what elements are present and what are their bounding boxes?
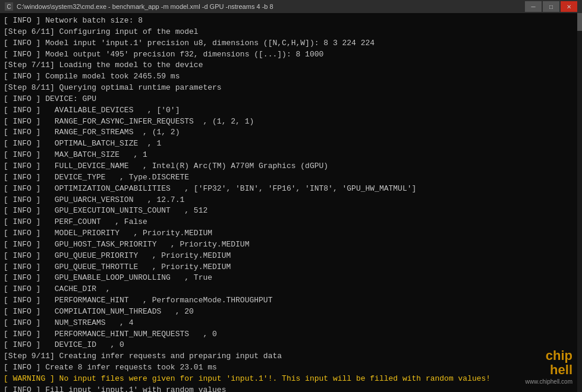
cmd-icon: C [5, 2, 13, 11]
terminal-output: [ INFO ] Network batch size: 8[Step 6/11… [0, 13, 582, 392]
terminal-line: [Step 8/11] Querying optimal runtime par… [4, 83, 578, 94]
watermark: chiphell www.chiphell.com [526, 349, 572, 386]
scrollbar-thumb[interactable] [577, 13, 582, 31]
terminal-line: [ INFO ] OPTIMAL_BATCH_SIZE , 1 [4, 138, 578, 150]
close-button[interactable]: ✕ [561, 1, 577, 12]
terminal-line: [ INFO ] RANGE_FOR_ASYNC_INFER_REQUESTS … [4, 116, 578, 128]
terminal-line: [ INFO ] DEVICE_TYPE , Type.DISCRETE [4, 172, 578, 184]
terminal-line: [ INFO ] Model input 'input.1' precision… [4, 38, 578, 49]
terminal-line: [ INFO ] AVAILABLE_DEVICES , ['0'] [4, 105, 578, 116]
terminal-line: [ INFO ] GPU_EXECUTION_UNITS_COUNT , 512 [4, 206, 578, 217]
terminal-line: [ INFO ] PERFORMANCE_HINT_NUM_REQUESTS ,… [4, 329, 578, 340]
terminal-line: [ INFO ] Model output '495' precision f3… [4, 49, 578, 61]
terminal-line: [ INFO ] MAX_BATCH_SIZE , 1 [4, 150, 578, 161]
terminal-line: [ INFO ] Fill input 'input.1' with rando… [4, 385, 578, 392]
terminal-line: [ INFO ] Create 8 infer requests took 23… [4, 362, 578, 374]
terminal-line: [ INFO ] DEVICE: GPU [4, 94, 578, 105]
terminal-line: [Step 7/11] Loading the model to the dev… [4, 60, 578, 71]
terminal-line: [ INFO ] OPTIMIZATION_CAPABILITIES , ['F… [4, 184, 578, 195]
terminal-line: [Step 9/11] Creating infer requests and … [4, 351, 578, 362]
terminal-line: [ INFO ] PERFORMANCE_HINT , PerformanceM… [4, 295, 578, 306]
terminal-line: [ INFO ] FULL_DEVICE_NAME , Intel(R) Arc… [4, 161, 578, 172]
terminal-line: [ INFO ] COMPILATION_NUM_THREADS , 20 [4, 306, 578, 318]
terminal-line: [ INFO ] CACHE_DIR , [4, 284, 578, 295]
watermark-brand: chiphell [526, 349, 572, 377]
window: C C:\windows\system32\cmd.exe - benchmar… [0, 0, 582, 392]
title-bar-left: C C:\windows\system32\cmd.exe - benchmar… [5, 2, 273, 11]
maximize-button[interactable]: □ [543, 1, 559, 12]
terminal-line: [Step 6/11] Configuring input of the mod… [4, 27, 578, 38]
title-bar: C C:\windows\system32\cmd.exe - benchmar… [0, 0, 582, 13]
watermark-url: www.chiphell.com [526, 378, 572, 387]
terminal-line: [ INFO ] Network batch size: 8 [4, 15, 578, 27]
window-title: C:\windows\system32\cmd.exe - benchmark_… [17, 3, 273, 10]
window-controls: ─ □ ✕ [525, 1, 577, 12]
terminal-line: [ INFO ] Compile model took 2465.59 ms [4, 71, 578, 83]
terminal-line: [ INFO ] NUM_STREAMS , 4 [4, 318, 578, 329]
terminal-line: [ INFO ] DEVICE_ID , 0 [4, 340, 578, 351]
scrollbar[interactable] [577, 13, 582, 392]
terminal-line: [ INFO ] GPU_QUEUE_THROTTLE , Priority.M… [4, 262, 578, 273]
terminal-line: [ INFO ] PERF_COUNT , False [4, 217, 578, 228]
terminal-line: [ WARNING ] No input files were given fo… [4, 374, 578, 385]
terminal-line: [ INFO ] GPU_UARCH_VERSION , 12.7.1 [4, 195, 578, 206]
terminal-line: [ INFO ] GPU_ENABLE_LOOP_UNROLLING , Tru… [4, 273, 578, 284]
terminal-line: [ INFO ] GPU_QUEUE_PRIORITY , Priority.M… [4, 251, 578, 262]
terminal-line: [ INFO ] GPU_HOST_TASK_PRIORITY , Priori… [4, 239, 578, 251]
terminal-line: [ INFO ] MODEL_PRIORITY , Priority.MEDIU… [4, 228, 578, 239]
minimize-button[interactable]: ─ [525, 1, 542, 12]
terminal-line: [ INFO ] RANGE_FOR_STREAMS , (1, 2) [4, 127, 578, 138]
